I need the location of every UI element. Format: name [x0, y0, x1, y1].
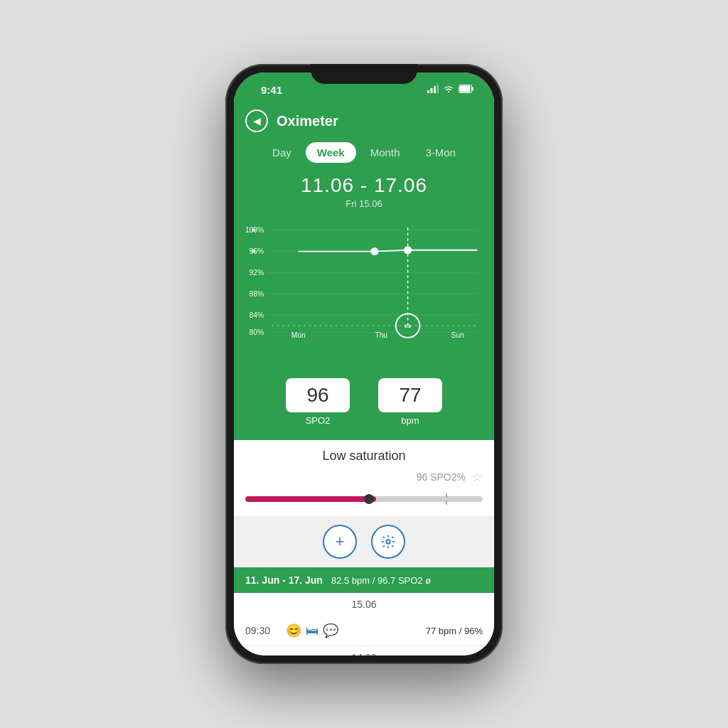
signal-icon: [427, 85, 439, 95]
favorite-star-icon[interactable]: ☆: [471, 469, 483, 485]
settings-button[interactable]: [371, 525, 405, 559]
date-range: 11.06 - 17.06 Fri 15.06: [245, 174, 483, 209]
svg-rect-3: [437, 85, 439, 93]
svg-text:Mon: Mon: [291, 331, 306, 339]
svg-text:★: ★: [250, 225, 257, 234]
saturation-value: 96 SPO2%: [417, 471, 466, 483]
svg-text:Thu: Thu: [375, 331, 387, 339]
battery-icon: [459, 85, 474, 95]
saturation-section: Low saturation 96 SPO2% ☆: [234, 440, 494, 516]
bed-icon-0: 🛏: [306, 623, 318, 638]
slider-thumb: [364, 494, 374, 504]
svg-text:92%: 92%: [250, 269, 264, 277]
phone-screen: 9:41: [234, 73, 494, 655]
svg-rect-1: [431, 88, 433, 93]
svg-rect-6: [460, 85, 471, 92]
svg-text:80%: 80%: [250, 328, 264, 336]
add-button[interactable]: +: [323, 525, 357, 559]
gear-icon: [380, 534, 396, 550]
spo2-label: SPO2: [286, 415, 350, 426]
tab-day[interactable]: Day: [261, 142, 303, 163]
week-summary-stats: 82.5 bpm / 96.7 SPO2 ø: [331, 575, 431, 586]
tab-bar: Day Week Month 3-Mon: [234, 138, 494, 167]
back-icon: ◀: [253, 115, 261, 127]
svg-text:Sun: Sun: [451, 331, 464, 339]
saturation-slider[interactable]: [245, 491, 483, 508]
slider-marker: [446, 493, 447, 505]
phone-frame: 9:41: [225, 64, 503, 664]
app-title: Oximeter: [277, 113, 338, 129]
week-summary-date: 11. Jun - 17. Jun: [245, 574, 323, 586]
tab-week[interactable]: Week: [306, 142, 356, 163]
svg-rect-0: [427, 90, 429, 93]
bpm-metric: 77 bpm: [378, 378, 442, 426]
svg-text:⇔: ⇔: [404, 321, 412, 331]
saturation-row: 96 SPO2% ☆: [245, 469, 483, 485]
back-button[interactable]: ◀: [245, 109, 268, 132]
status-time: 9:41: [254, 84, 282, 96]
tab-3month[interactable]: 3-Mon: [414, 142, 467, 163]
spo2-value: 96: [286, 378, 350, 412]
svg-rect-5: [472, 87, 474, 90]
wifi-icon: [443, 85, 454, 95]
date-range-main: 11.06 - 17.06: [245, 174, 483, 197]
chat-icon-0: 💬: [323, 623, 338, 638]
phone-notch: [311, 64, 417, 84]
history-list: 15.06 09:30 😊 🛏 💬 77 bpm / 96% 14.06 13:…: [234, 593, 494, 655]
svg-point-21: [370, 247, 378, 255]
svg-text:88%: 88%: [250, 290, 264, 298]
svg-rect-2: [434, 86, 436, 93]
chart-container: 100% 96% 92% 88% 84% 80% ★ ★: [245, 216, 483, 358]
history-date-header-15: 15.06: [234, 593, 494, 616]
history-stats-0: 77 bpm / 96%: [426, 626, 483, 636]
bpm-value: 77: [378, 378, 442, 412]
saturation-title: Low saturation: [245, 449, 483, 464]
spo2-metric: 96 SPO2: [286, 378, 350, 426]
history-date-header-14: 14.06: [234, 646, 494, 655]
slider-fill: [245, 496, 376, 502]
chart-svg: 100% 96% 92% 88% 84% 80% ★ ★: [245, 216, 483, 358]
chart-area: 11.06 - 17.06 Fri 15.06 100% 96% 92% 88%…: [234, 167, 494, 373]
svg-text:84%: 84%: [250, 311, 264, 319]
action-buttons: +: [234, 516, 494, 567]
bpm-label: bpm: [378, 415, 442, 426]
svg-point-30: [386, 540, 390, 544]
history-item-0[interactable]: 09:30 😊 🛏 💬 77 bpm / 96%: [234, 616, 494, 646]
app-header: ◀ Oximeter: [234, 104, 494, 138]
history-icons-0: 😊 🛏 💬: [286, 623, 338, 638]
emoji-icon-0: 😊: [286, 623, 301, 638]
week-summary: 11. Jun - 17. Jun 82.5 bpm / 96.7 SPO2 ø: [234, 567, 494, 593]
status-icons: [427, 85, 474, 95]
tab-month[interactable]: Month: [359, 142, 412, 163]
metrics-section: 96 SPO2 77 bpm: [234, 373, 494, 440]
history-time-0: 09:30: [245, 625, 277, 636]
add-icon: +: [336, 532, 345, 551]
svg-text:★: ★: [250, 247, 257, 255]
date-range-sub: Fri 15.06: [245, 198, 483, 209]
